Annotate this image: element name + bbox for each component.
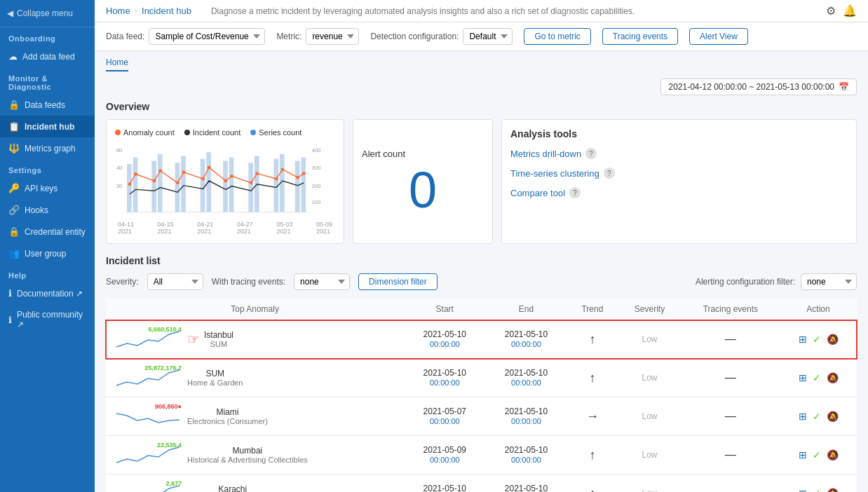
check-action-icon[interactable]: ✓	[813, 449, 821, 460]
action-icons: ⊞ ✓ 🔕	[787, 449, 850, 460]
alerting-filter-select[interactable]: none	[801, 273, 857, 290]
severity-cell: Low	[618, 474, 681, 493]
svg-point-35	[275, 177, 278, 181]
start-time[interactable]: 00:00:00	[430, 456, 460, 464]
time-series-clustering-help[interactable]: ?	[604, 168, 615, 179]
col-top-anomaly: Top Anomaly	[106, 299, 404, 320]
svg-point-31	[224, 179, 228, 183]
svg-rect-22	[301, 158, 306, 212]
sidebar-item-metrics-graph[interactable]: 🔱 Metrics graph	[0, 137, 95, 159]
incident-controls: Severity: All With tracing events: none …	[106, 273, 857, 290]
detection-select[interactable]: Default	[463, 28, 513, 45]
sidebar-item-public-community[interactable]: ℹ Public community ↗	[0, 304, 95, 335]
end-time[interactable]: 00:00:00	[511, 417, 541, 425]
tracing-cell: —	[681, 397, 780, 436]
expand-action-icon[interactable]: ⊞	[799, 334, 807, 345]
data-feed-group: Data feed: Sample of Cost/Revenue	[106, 28, 265, 45]
key-icon: 🔑	[8, 183, 20, 193]
mute-action-icon[interactable]: 🔕	[827, 488, 839, 492]
category-name: Historical & Advertising Collectibles	[187, 456, 308, 464]
sidebar-item-user-group[interactable]: 👥 User group	[0, 242, 95, 264]
end-time[interactable]: 00:00:00	[511, 340, 541, 348]
graph-icon: 🔱	[8, 143, 20, 153]
mute-action-icon[interactable]: 🔕	[827, 334, 839, 345]
svg-text:40: 40	[116, 165, 122, 171]
start-cell: 2021-05-10 00:00:00	[404, 359, 485, 397]
mute-action-icon[interactable]: 🔕	[827, 411, 839, 422]
severity-select[interactable]: All	[147, 273, 203, 290]
tracing-cell: —	[681, 359, 780, 397]
metric-select[interactable]: revenue	[306, 28, 359, 45]
col-action: Action	[780, 299, 857, 320]
col-end: End	[485, 299, 567, 320]
metrics-drill-down-link[interactable]: Metrics drill-down ?	[510, 148, 848, 159]
tracing-select[interactable]: none	[294, 273, 350, 290]
alert-view-button[interactable]: Alert View	[689, 28, 748, 45]
trend-arrow: ↑	[589, 371, 595, 385]
sidebar-item-api-keys[interactable]: 🔑 API keys	[0, 177, 95, 199]
alert-count-value: 0	[409, 165, 437, 215]
go-to-metric-button[interactable]: Go to metric	[524, 28, 590, 45]
page-content: Home 2021-04-12 00:00:00 ~ 2021-05-13 00…	[95, 51, 868, 492]
svg-point-28	[182, 170, 186, 174]
bell-icon[interactable]: 🔔	[843, 4, 857, 18]
topbar-icons: ⚙ 🔔	[826, 4, 857, 18]
city-name: Istanbul	[204, 330, 233, 340]
settings-icon[interactable]: ⚙	[826, 4, 836, 18]
chart-area: 60 40 20 400 300 200 100	[115, 142, 335, 219]
mute-action-icon[interactable]: 🔕	[827, 372, 839, 383]
table-row[interactable]: 22,535.4 Mumbai Historical & Advertising…	[106, 436, 857, 474]
collapse-menu-button[interactable]: ◀ Collapse menu	[0, 0, 95, 27]
time-series-clustering-link[interactable]: Time-series clustering ?	[510, 168, 848, 179]
end-time[interactable]: 00:00:00	[511, 456, 541, 464]
detection-label: Detection configuration:	[370, 32, 459, 41]
svg-rect-13	[201, 159, 205, 212]
sidebar-item-data-feeds[interactable]: 🔒 Data feeds	[0, 94, 95, 116]
expand-action-icon[interactable]: ⊞	[799, 488, 807, 492]
series-label: Series count	[259, 128, 301, 137]
compare-tool-link[interactable]: Compare tool ?	[510, 187, 848, 198]
svg-text:100: 100	[312, 199, 321, 205]
sidebar-item-documentation[interactable]: ℹ Documentation ↗	[0, 282, 95, 304]
check-action-icon[interactable]: ✓	[813, 334, 821, 345]
table-row[interactable]: 906,860● Miami Electronics (Consumer) 20…	[106, 397, 857, 436]
expand-action-icon[interactable]: ⊞	[799, 372, 807, 383]
start-date: 2021-05-10	[411, 368, 478, 378]
home-tab[interactable]: Home	[106, 57, 128, 71]
compare-tool-help[interactable]: ?	[569, 187, 581, 198]
metrics-drill-down-help[interactable]: ?	[585, 148, 597, 159]
data-feed-select[interactable]: Sample of Cost/Revenue	[149, 28, 265, 45]
sidebar-item-add-data-feed[interactable]: ☁ Add data feed	[0, 46, 95, 67]
sidebar-item-credential-entity[interactable]: 🔒 Credential entity	[0, 221, 95, 242]
table-row[interactable]: 6,660,510.4 ☞ Istanbul SUM 2021-05-10 00…	[106, 320, 857, 359]
start-date: 2021-05-07	[411, 406, 478, 416]
svg-point-27	[176, 181, 179, 184]
sidebar-item-incident-hub[interactable]: 📋 Incident hub	[0, 116, 95, 137]
sidebar-item-hooks[interactable]: 🔗 Hooks	[0, 199, 95, 221]
check-action-icon[interactable]: ✓	[813, 411, 821, 422]
tracing-events-button[interactable]: Tracing events	[602, 28, 678, 45]
date-range[interactable]: 2021-04-12 00:00:00 ~ 2021-05-13 00:00:0…	[660, 78, 857, 95]
svg-point-38	[302, 172, 306, 175]
doc-icon: ℹ	[8, 288, 12, 299]
table-row[interactable]: 2,677 Karachi Automotive & Powersports 2…	[106, 474, 857, 493]
start-time[interactable]: 00:00:00	[430, 378, 460, 387]
breadcrumb-home[interactable]: Home	[106, 6, 130, 16]
check-action-icon[interactable]: ✓	[813, 372, 821, 383]
overview-chart: 60 40 20 400 300 200 100	[115, 142, 335, 219]
trend-cell: ↑	[567, 436, 618, 474]
start-time[interactable]: 00:00:00	[430, 417, 460, 425]
start-time[interactable]: 00:00:00	[430, 340, 460, 348]
end-time[interactable]: 00:00:00	[511, 378, 541, 387]
action-cell: ⊞ ✓ 🔕	[780, 320, 857, 359]
compare-tool-label: Compare tool	[510, 188, 565, 198]
expand-action-icon[interactable]: ⊞	[799, 411, 807, 422]
table-row[interactable]: 25,872,176.2 SUM Home & Garden 2021-05-1…	[106, 359, 857, 397]
tracing-value: —	[725, 371, 736, 383]
check-action-icon[interactable]: ✓	[813, 488, 821, 492]
expand-action-icon[interactable]: ⊞	[799, 449, 807, 460]
dimension-filter-button[interactable]: Dimension filter	[358, 273, 438, 290]
trend-cell: →	[567, 397, 618, 436]
time-series-clustering-label: Time-series clustering	[510, 168, 599, 179]
mute-action-icon[interactable]: 🔕	[827, 449, 839, 460]
